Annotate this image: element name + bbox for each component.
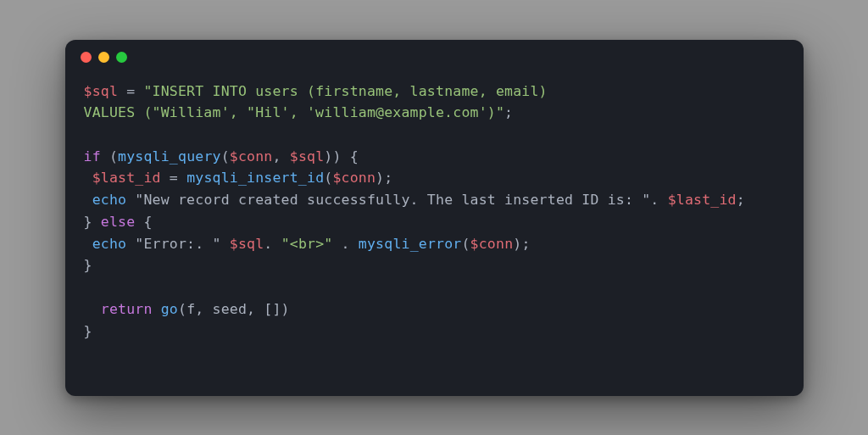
code-token: $last_id [668, 192, 737, 208]
code-token: go [161, 301, 178, 317]
code-token: } [84, 323, 92, 339]
code-token [153, 301, 161, 317]
code-token: (f, seed, []) [178, 301, 290, 317]
code-token: } [84, 214, 101, 230]
code-token: $conn [332, 170, 376, 186]
code-token: ; [737, 192, 745, 208]
code-token: "INSERT INTO users (firstname, lastname,… [143, 83, 547, 99]
code-token [84, 192, 92, 208]
code-token: = [161, 170, 186, 186]
code-window: $sql = "INSERT INTO users (firstname, la… [65, 40, 804, 396]
code-token: if [84, 148, 101, 165]
window-titlebar [65, 40, 804, 75]
code-token: ); [376, 170, 392, 186]
code-token: ); [513, 236, 530, 252]
code-token: $sql [84, 83, 119, 99]
code-token: "New record created successfully. The la… [126, 192, 667, 208]
code-token: = [118, 83, 143, 99]
code-token: $sql [230, 236, 264, 252]
maximize-icon[interactable] [116, 52, 127, 63]
code-token: VALUES ("William', "Hil', 'william@examp… [84, 104, 505, 120]
minimize-icon[interactable] [98, 52, 109, 63]
code-token: ; [504, 104, 513, 120]
code-token: } [84, 257, 92, 273]
code-token: ( [324, 170, 332, 186]
code-token: $sql [290, 148, 325, 165]
code-token: ( [461, 236, 470, 252]
code-token: ( [221, 148, 230, 165]
code-token: $conn [470, 236, 514, 252]
code-token: "<br>" [281, 236, 333, 252]
code-token: $last_id [92, 170, 161, 186]
code-token: mysqli_query [118, 148, 221, 165]
code-block: $sql = "INSERT INTO users (firstname, la… [65, 75, 804, 361]
code-token: { [135, 214, 152, 230]
code-token: else [101, 214, 136, 230]
code-token [84, 301, 101, 317]
code-token: $conn [230, 148, 273, 165]
code-token: mysqli_error [359, 236, 462, 252]
code-token: "Error:. " [126, 236, 230, 252]
code-token: )) { [324, 148, 359, 165]
code-token [84, 170, 92, 186]
code-token: echo [92, 192, 127, 208]
code-token: mysqli_insert_id [186, 170, 324, 186]
code-token: . [264, 236, 281, 252]
close-icon[interactable] [81, 52, 92, 63]
code-token: . [332, 236, 358, 252]
code-token: , [272, 148, 289, 165]
code-token [84, 236, 92, 252]
code-token: echo [92, 236, 127, 252]
code-token: ( [101, 148, 118, 165]
code-token: return [101, 301, 153, 317]
